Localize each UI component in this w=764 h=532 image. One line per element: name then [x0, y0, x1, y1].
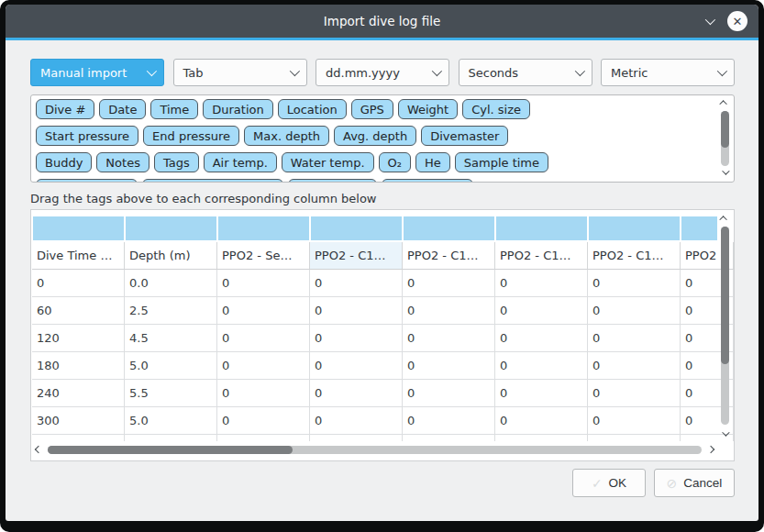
tag-sample-time[interactable]: Sample time — [455, 152, 548, 172]
tag-avg-depth[interactable]: Avg. depth — [334, 126, 416, 146]
drop-cell[interactable] — [404, 216, 494, 240]
table-cell[interactable]: 0 — [588, 380, 681, 407]
table-cell[interactable]: 0 — [403, 352, 495, 380]
tag-date[interactable]: Date — [99, 99, 146, 119]
tag-buddy[interactable]: Buddy — [36, 152, 92, 172]
titlebar[interactable]: Import dive log file ✕ — [6, 5, 758, 38]
scrollbar-thumb[interactable] — [48, 446, 293, 454]
table-cell[interactable]: 0 — [310, 380, 403, 407]
table-cell[interactable]: 0 — [310, 297, 403, 325]
combo-tab[interactable]: Tab — [173, 59, 307, 86]
table-cell[interactable]: 0 — [495, 270, 588, 297]
tag-divemaster[interactable]: Divemaster — [421, 126, 508, 146]
table-cell[interactable]: 0 — [403, 297, 495, 325]
table-vertical-scrollbar[interactable] — [718, 213, 732, 438]
table-cell[interactable]: 0 — [495, 352, 588, 380]
table-cell[interactable]: 0 — [588, 407, 681, 435]
table-cell[interactable]: 0 — [588, 297, 681, 325]
drop-cell[interactable] — [311, 216, 402, 240]
chevron-down-icon[interactable] — [705, 15, 715, 25]
column-header[interactable]: PPO2 - Se… — [217, 242, 310, 270]
table-cell[interactable]: 5.0 — [125, 407, 217, 435]
table-cell[interactable]: 0 — [495, 297, 588, 325]
table-cell[interactable]: 0 — [310, 270, 403, 297]
tag-sample-po₂[interactable]: Sample pO₂ — [288, 179, 377, 183]
tag-he[interactable]: He — [415, 152, 450, 172]
table-cell[interactable]: 0 — [32, 270, 125, 297]
tag-sample-temperature[interactable]: Sample temperature — [142, 179, 284, 183]
table-cell[interactable]: 5.5 — [125, 380, 217, 407]
table-cell[interactable]: 0 — [588, 352, 681, 380]
table-cell[interactable]: 0 — [310, 407, 403, 435]
table-cell[interactable]: 60 — [32, 297, 125, 325]
drop-cell[interactable] — [126, 216, 216, 240]
drop-cell[interactable] — [681, 216, 717, 240]
table-cell[interactable]: 240 — [32, 380, 125, 407]
tag-dive-[interactable]: Dive # — [36, 99, 94, 119]
table-cell[interactable]: 0 — [217, 352, 310, 380]
drop-cell[interactable] — [589, 216, 680, 240]
drop-cell[interactable] — [33, 216, 124, 240]
table-cell[interactable]: 0 — [217, 380, 310, 407]
tag-water-temp-[interactable]: Water temp. — [282, 152, 374, 172]
table-cell[interactable]: 0 — [403, 380, 495, 407]
tag-start-pressure[interactable]: Start pressure — [36, 126, 138, 146]
tag-duration[interactable]: Duration — [203, 99, 272, 119]
tag-sample-cns[interactable]: Sample CNS — [382, 179, 473, 183]
tag-max-depth[interactable]: Max. depth — [244, 126, 329, 146]
table-cell[interactable]: 0 — [403, 325, 495, 352]
tag-air-temp-[interactable]: Air temp. — [204, 152, 277, 172]
drop-cell[interactable] — [496, 216, 587, 240]
combo-seconds[interactable]: Seconds — [459, 59, 592, 86]
table-horizontal-scrollbar[interactable] — [35, 443, 714, 457]
table-cell[interactable]: 5.0 — [125, 352, 217, 380]
tag-weight[interactable]: Weight — [398, 99, 458, 119]
column-header[interactable]: PPO2 - C1… — [588, 242, 681, 270]
table-cell[interactable]: 2.5 — [125, 297, 217, 325]
column-header[interactable]: PPO2 - C1… — [403, 242, 495, 270]
column-header[interactable]: PPO2 - C1… — [495, 242, 588, 270]
drop-cell[interactable] — [218, 216, 309, 240]
scroll-up-icon[interactable] — [719, 216, 726, 223]
column-header[interactable]: Dive Time … — [32, 242, 125, 270]
table-cell[interactable]: 120 — [32, 325, 125, 352]
table-cell[interactable]: 300 — [32, 407, 125, 435]
scroll-down-icon[interactable] — [722, 167, 729, 174]
combo-dd-mm-yyyy[interactable]: dd.mm.yyyy — [316, 59, 449, 86]
table-cell[interactable]: 0.0 — [125, 270, 217, 297]
tag-time[interactable]: Time — [150, 99, 198, 119]
table-cell[interactable]: 0 — [588, 325, 681, 352]
tag-cyl-size[interactable]: Cyl. size — [462, 99, 530, 119]
table-cell[interactable]: 0 — [217, 297, 310, 325]
table-cell[interactable]: 0 — [217, 407, 310, 435]
table-cell[interactable]: 0 — [217, 270, 310, 297]
table-cell[interactable]: 0 — [217, 325, 310, 352]
tag-location[interactable]: Location — [278, 99, 347, 119]
table-cell[interactable]: 4.5 — [125, 325, 217, 352]
cancel-button[interactable]: ⊘ Cancel — [654, 469, 735, 497]
tag-tags[interactable]: Tags — [154, 152, 199, 172]
tag-sample-depth[interactable]: Sample depth — [36, 179, 138, 183]
table-cell[interactable]: 0 — [495, 380, 588, 407]
table-cell[interactable]: 0 — [403, 407, 495, 435]
table-cell[interactable]: 0 — [588, 270, 681, 297]
scrollbar-thumb[interactable] — [721, 227, 729, 364]
scroll-right-icon[interactable] — [707, 446, 714, 453]
combo-manual-import[interactable]: Manual import — [30, 59, 164, 86]
table-cell[interactable]: 0 — [310, 325, 403, 352]
table-cell[interactable]: 0 — [495, 325, 588, 352]
close-icon[interactable]: ✕ — [727, 11, 747, 31]
scroll-left-icon[interactable] — [35, 446, 42, 453]
table-cell[interactable]: 180 — [32, 352, 125, 380]
tag-palette-scrollbar[interactable] — [718, 97, 732, 180]
scrollbar-thumb[interactable] — [721, 111, 729, 148]
column-header[interactable]: Depth (m) — [125, 242, 217, 270]
tag-end-pressure[interactable]: End pressure — [143, 126, 239, 146]
ok-button[interactable]: ✓ OK — [572, 469, 646, 497]
table-cell[interactable]: 0 — [403, 270, 495, 297]
tag-o₂[interactable]: O₂ — [379, 152, 411, 172]
scroll-up-icon[interactable] — [719, 100, 726, 107]
combo-metric[interactable]: Metric — [601, 59, 735, 86]
scroll-down-icon[interactable] — [722, 428, 729, 436]
column-header[interactable]: PPO2 - C1… — [310, 242, 403, 270]
